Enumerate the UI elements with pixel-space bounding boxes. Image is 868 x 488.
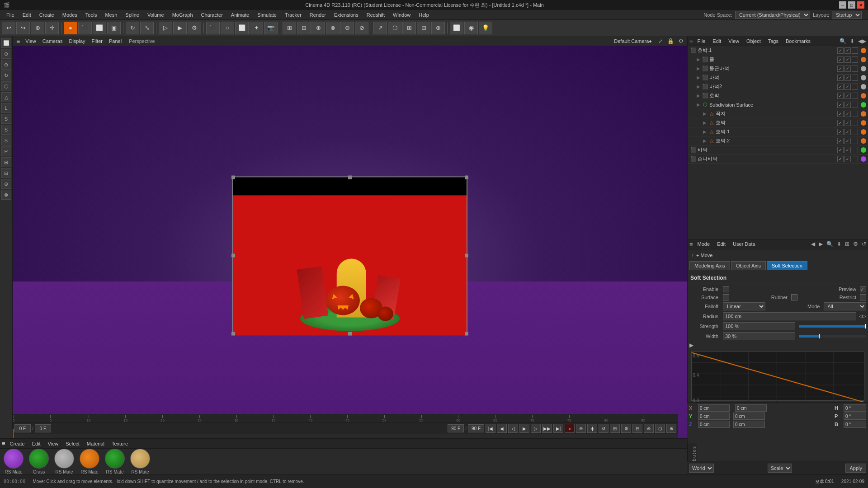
- obj-render-vis[interactable]: [852, 56, 858, 63]
- obj-visibility-checkbox[interactable]: ✓: [837, 47, 844, 54]
- vp-menu-filter[interactable]: Filter: [89, 38, 105, 45]
- obj-render-vis[interactable]: [852, 120, 858, 126]
- obj-editor-vis[interactable]: ✓: [844, 111, 851, 117]
- left-btn-4[interactable]: ↻: [1, 70, 11, 80]
- tab-object-axis[interactable]: Object Axis: [731, 261, 766, 270]
- vp-panel-toggle[interactable]: ≡: [14, 38, 22, 45]
- material-item[interactable]: RS Mate: [105, 449, 125, 474]
- minimize-button[interactable]: ─: [839, 1, 846, 9]
- obj-render-vis[interactable]: [852, 147, 858, 153]
- menu-mesh[interactable]: Mesh: [101, 11, 121, 19]
- obj-menu-object[interactable]: Object: [744, 38, 764, 45]
- record-btn[interactable]: ●: [565, 424, 575, 433]
- playback-btn-skip-end[interactable]: ▶|: [553, 424, 563, 433]
- surface-checkbox[interactable]: [723, 294, 729, 300]
- object-list-item[interactable]: ⬛ 호박.1 ✓ ✓: [688, 46, 868, 55]
- left-btn-13[interactable]: ⊟: [1, 168, 11, 178]
- window-controls[interactable]: ─ □ ✕: [839, 1, 864, 9]
- vp-menu-view[interactable]: View: [23, 38, 39, 45]
- attr-menu-mode[interactable]: Mode: [695, 240, 713, 248]
- coord-y-size[interactable]: [733, 413, 765, 420]
- live-select-button[interactable]: ⊕: [31, 22, 44, 34]
- object-list-item[interactable]: ▶ ⬡ Subdivision Surface ✓ ✓: [688, 100, 868, 109]
- key-btn[interactable]: ⧫: [587, 424, 597, 433]
- timeline-extra2-btn[interactable]: ⬡: [655, 424, 665, 433]
- object-list-item[interactable]: ▶ ⬛ 호박 ✓ ✓: [688, 91, 868, 100]
- obj-expand-icon[interactable]: ▶: [697, 84, 700, 89]
- strength-input[interactable]: [723, 322, 795, 330]
- obj-render-vis[interactable]: [852, 75, 858, 81]
- obj-visibility-checkbox[interactable]: ✓: [837, 56, 844, 63]
- menu-edit[interactable]: Edit: [19, 11, 35, 19]
- object-list-item[interactable]: ▶ △ 꼭지 ✓ ✓: [688, 109, 868, 118]
- obj-expand-icon[interactable]: ▶: [697, 93, 700, 98]
- cylinder-button[interactable]: ⬜: [235, 22, 249, 34]
- camera-button[interactable]: 📷: [264, 22, 278, 34]
- bend-button[interactable]: ↗: [373, 22, 387, 34]
- light-button[interactable]: ✦: [250, 22, 263, 34]
- auto-key-btn[interactable]: ⊕: [576, 424, 586, 433]
- hdri-button[interactable]: ◉: [464, 22, 478, 34]
- material-item[interactable]: RS Mate: [130, 449, 150, 474]
- left-btn-10[interactable]: S: [1, 136, 11, 145]
- left-btn-11[interactable]: ✂: [1, 146, 11, 156]
- obj-search-icon[interactable]: 🔍: [840, 38, 846, 44]
- polygons-mode-button[interactable]: ▣: [107, 22, 121, 34]
- attr-menu-edit[interactable]: Edit: [714, 240, 728, 248]
- menu-character[interactable]: Character: [198, 11, 226, 19]
- timeline-extra3-btn[interactable]: ⊕: [666, 424, 676, 433]
- strength-slider[interactable]: [799, 325, 867, 328]
- curve-toggle-icon[interactable]: ▶: [689, 342, 693, 348]
- obj-editor-vis[interactable]: ✓: [844, 147, 851, 153]
- obj-menu-tags[interactable]: Tags: [765, 38, 781, 45]
- left-btn-1[interactable]: ⬜: [1, 38, 11, 48]
- fps-input[interactable]: [468, 424, 484, 432]
- object-list-item[interactable]: ▶ ⬛ 바석2 ✓ ✓: [688, 82, 868, 91]
- vp-menu-panel[interactable]: Panel: [106, 38, 124, 45]
- mirror-button[interactable]: ⊟: [417, 22, 430, 34]
- menu-help[interactable]: Help: [415, 11, 433, 19]
- current-frame-input[interactable]: [14, 424, 31, 432]
- timeline-track-row[interactable]: [13, 434, 678, 438]
- attr-panel-toggle[interactable]: ≡: [689, 241, 693, 248]
- obj-visibility-checkbox[interactable]: ✓: [837, 102, 844, 108]
- redo-button[interactable]: ↪: [16, 22, 30, 34]
- menu-volume[interactable]: Volume: [144, 11, 168, 19]
- loop-btn[interactable]: ↺: [599, 424, 609, 433]
- restrict-checkbox[interactable]: [860, 294, 866, 300]
- material-item[interactable]: Grass: [29, 449, 49, 474]
- boole-button[interactable]: ⊕: [311, 22, 325, 34]
- obj-expand-icon[interactable]: ▶: [697, 75, 700, 80]
- obj-render-vis[interactable]: [852, 129, 858, 135]
- playback-btn-skip-start[interactable]: |◀: [486, 424, 495, 433]
- coord-z-pos[interactable]: [698, 421, 730, 428]
- mat-menu-create[interactable]: Create: [7, 440, 28, 447]
- material-item[interactable]: RS Mate: [54, 449, 74, 474]
- ffds-button[interactable]: ⬡: [388, 22, 401, 34]
- world-select[interactable]: World Local: [689, 464, 714, 473]
- menu-render[interactable]: Render: [306, 11, 330, 19]
- left-btn-8[interactable]: S: [1, 114, 11, 124]
- timeline-settings-btn[interactable]: ⚙: [621, 424, 631, 433]
- obj-editor-vis[interactable]: ✓: [844, 84, 851, 90]
- material-item[interactable]: RS Mate: [80, 449, 99, 474]
- attr-back-icon[interactable]: ◀: [811, 241, 815, 247]
- mat-menu-edit[interactable]: Edit: [29, 440, 43, 447]
- scale-select[interactable]: Scale: [768, 464, 792, 473]
- obj-editor-vis[interactable]: ✓: [844, 156, 851, 162]
- render-view-button[interactable]: ▷: [159, 22, 172, 34]
- mat-menu-select[interactable]: Select: [63, 440, 82, 447]
- xref-button[interactable]: ⊕: [431, 22, 445, 34]
- obj-editor-vis[interactable]: ✓: [844, 75, 851, 81]
- end-frame-input[interactable]: [448, 424, 464, 432]
- obj-render-vis[interactable]: [852, 66, 858, 72]
- obj-editor-vis[interactable]: ✓: [844, 120, 851, 126]
- render-settings-button[interactable]: ⚙: [188, 22, 201, 34]
- rubber-checkbox[interactable]: [791, 294, 797, 300]
- coord-y-pos[interactable]: [698, 413, 730, 420]
- obj-visibility-checkbox[interactable]: ✓: [837, 156, 844, 162]
- grid-button[interactable]: ⊞: [402, 22, 416, 34]
- menu-tracker[interactable]: Tracker: [281, 11, 305, 19]
- radius-input[interactable]: [723, 312, 856, 320]
- mat-menu-material[interactable]: Material: [84, 440, 107, 447]
